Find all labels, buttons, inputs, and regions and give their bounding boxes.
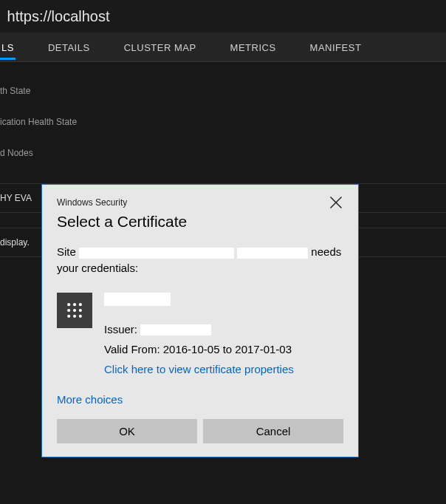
more-choices-link[interactable]: More choices xyxy=(57,393,343,406)
row-app-health-state: ication Health State xyxy=(0,106,446,137)
redacted-site2 xyxy=(237,248,308,259)
svg-point-4 xyxy=(79,303,82,306)
svg-point-7 xyxy=(79,308,82,311)
certificate-dialog: Windows Security Select a Certificate Si… xyxy=(41,184,359,457)
dialog-message: Site needs your credentials: xyxy=(57,244,343,276)
view-cert-link[interactable]: Click here to view certificate propertie… xyxy=(104,363,343,375)
row-health-state: th State xyxy=(0,75,446,106)
url-text: https://localhost xyxy=(3,8,110,25)
cancel-button[interactable]: Cancel xyxy=(203,419,343,443)
tab-cluster-map[interactable]: CLUSTER MAP xyxy=(123,34,198,60)
tab-manifest[interactable]: MANIFEST xyxy=(309,34,363,60)
svg-point-2 xyxy=(67,303,70,306)
redacted-cert-name xyxy=(104,293,171,306)
svg-point-8 xyxy=(67,314,70,317)
cert-issuer: Issuer: xyxy=(104,323,343,336)
tab-essentials[interactable]: LS xyxy=(0,34,16,60)
tab-details[interactable]: DETAILS xyxy=(47,34,92,60)
address-bar: https://localhost xyxy=(0,0,446,33)
tab-metrics[interactable]: METRICS xyxy=(229,34,278,60)
svg-point-3 xyxy=(73,303,76,306)
svg-point-10 xyxy=(79,314,82,317)
close-icon[interactable] xyxy=(329,195,343,210)
svg-point-6 xyxy=(73,308,76,311)
tab-bar: LS DETAILS CLUSTER MAP METRICS MANIFEST xyxy=(0,33,446,62)
ok-button[interactable]: OK xyxy=(57,419,197,443)
dialog-header: Windows Security xyxy=(57,197,127,208)
dialog-title: Select a Certificate xyxy=(57,213,343,231)
redacted-site xyxy=(79,248,234,259)
cert-validity: Valid From: 2016-10-05 to 2017-01-03 xyxy=(104,343,343,355)
certificate-icon xyxy=(57,293,92,328)
redacted-issuer xyxy=(140,324,211,336)
certificate-item[interactable]: Issuer: Valid From: 2016-10-05 to 2017-0… xyxy=(57,293,343,376)
svg-point-9 xyxy=(73,314,76,317)
row-nodes: d Nodes xyxy=(0,137,446,168)
svg-point-5 xyxy=(67,308,70,311)
